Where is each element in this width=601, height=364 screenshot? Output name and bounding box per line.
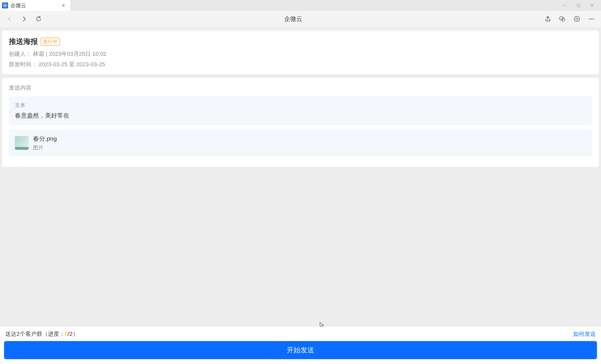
address-title: 企微云 (50, 15, 537, 23)
svg-point-12 (591, 19, 592, 20)
svg-rect-4 (577, 4, 580, 7)
progress-prefix: 送达2个客户群（进度： (5, 331, 65, 337)
section-label: 发送内容 (9, 84, 592, 91)
back-icon[interactable] (6, 15, 13, 22)
window-close-icon[interactable] (589, 3, 595, 8)
status-badge: 执行中 (41, 38, 60, 46)
start-send-button[interactable]: 开始发送 (4, 341, 597, 359)
browser-tab[interactable]: 企微云 × (0, 0, 70, 11)
page-title: 推送海报 (9, 37, 38, 47)
progress-text: 送达2个客户群（进度：0/2） (5, 330, 78, 338)
share-icon[interactable] (544, 15, 551, 22)
header-card: 推送海报 执行中 创建人： 林霜 | 2023年03月25日 10:02 群发时… (2, 30, 599, 74)
creator-label: 创建人： (9, 51, 31, 57)
text-value: 春意盎然，美好常在 (15, 111, 586, 120)
address-bar: 企微云 (0, 11, 601, 27)
window-controls (562, 0, 601, 11)
svg-point-10 (576, 18, 578, 20)
forward-icon[interactable] (20, 15, 28, 22)
text-label: 文本 (15, 102, 586, 109)
help-link[interactable]: 如何发送 (573, 330, 596, 338)
tab-bar: 企微云 × (0, 0, 601, 11)
svg-point-9 (574, 16, 580, 21)
browser-icon[interactable] (573, 15, 581, 22)
close-icon[interactable]: × (60, 2, 66, 9)
attachment-thumbnail (15, 136, 29, 150)
send-time-line: 群发时间： 2023-03-25 至 2023-03-25 (9, 61, 592, 68)
created-at: 2023年03月25日 10:02 (49, 51, 107, 57)
creator-line: 创建人： 林霜 | 2023年03月25日 10:02 (9, 50, 592, 58)
progress-current: 0 (65, 331, 68, 337)
globe-icon (2, 2, 8, 9)
attachment-name: 春分.png (33, 135, 57, 143)
svg-point-13 (593, 19, 594, 20)
svg-point-11 (589, 19, 590, 20)
tab-title: 企微云 (10, 2, 58, 9)
creator-name: 林霜 (33, 51, 44, 57)
content-card: 发送内容 文本 春意盎然，美好常在 春分.png 图片 (2, 78, 599, 167)
footer: 送达2个客户群（进度：0/2） 如何发送 开始发送 (0, 327, 601, 364)
attachment-block[interactable]: 春分.png 图片 (9, 130, 592, 156)
send-time-value: 2023-03-25 至 2023-03-25 (39, 61, 105, 67)
progress-total: /2） (68, 331, 78, 337)
minimize-icon[interactable] (562, 3, 568, 8)
content-area: 推送海报 执行中 创建人： 林霜 | 2023年03月25日 10:02 群发时… (0, 27, 601, 174)
wechat-icon[interactable] (559, 15, 566, 22)
attachment-type: 图片 (33, 144, 57, 151)
send-time-label: 群发时间： (9, 61, 37, 67)
text-block: 文本 春意盎然，美好常在 (9, 96, 592, 125)
maximize-icon[interactable] (576, 3, 581, 8)
more-icon[interactable] (588, 15, 595, 22)
refresh-icon[interactable] (35, 15, 42, 22)
